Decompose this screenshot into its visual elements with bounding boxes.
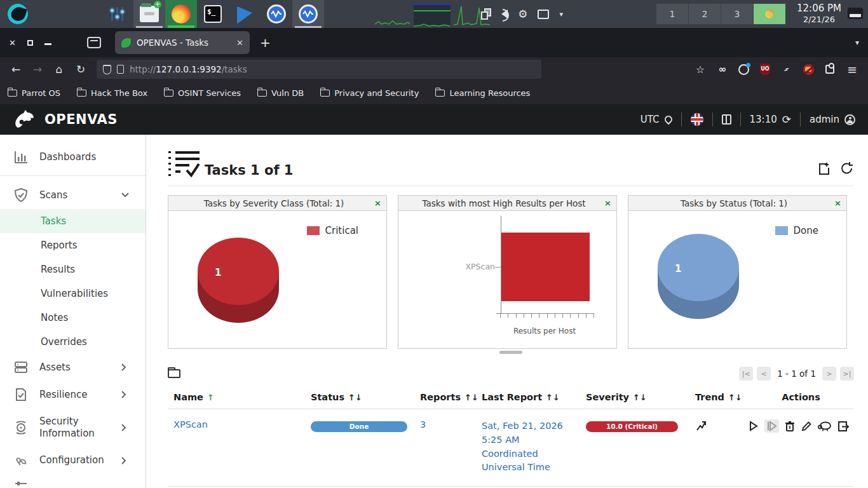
sidebar-item-reports[interactable]: Reports bbox=[0, 233, 146, 257]
column-header-last-report[interactable]: Last Report↑↓ bbox=[482, 392, 586, 402]
tray-caret-icon[interactable]: ▾ bbox=[559, 10, 563, 18]
column-header-reports[interactable]: Reports↑↓ bbox=[420, 392, 482, 402]
resize-handle[interactable] bbox=[499, 351, 522, 354]
close-icon[interactable]: × bbox=[834, 198, 841, 208]
firefox-view-icon[interactable] bbox=[87, 37, 101, 48]
vscode-launcher[interactable] bbox=[229, 0, 261, 28]
prev-page-button[interactable]: < bbox=[757, 367, 771, 381]
tab-openvas-tasks[interactable]: OPENVAS - Tasks ✕ bbox=[115, 31, 250, 54]
devtools-wrench-icon[interactable]: ⌁ bbox=[778, 62, 796, 77]
new-task-icon[interactable] bbox=[817, 161, 831, 175]
list-all-tabs-icon[interactable]: ▾ bbox=[855, 38, 859, 47]
workspace-3[interactable]: 3 bbox=[721, 4, 753, 24]
sidebar-item-tasks[interactable]: Tasks bbox=[0, 209, 146, 233]
sidebar-item-scans[interactable]: Scans bbox=[0, 181, 146, 209]
bar-xpscan[interactable] bbox=[501, 233, 590, 301]
delete-trash-icon[interactable] bbox=[785, 421, 795, 432]
sidebar-item-results[interactable]: Results bbox=[0, 257, 146, 281]
workspace-1[interactable]: 1 bbox=[656, 4, 688, 24]
extensions-puzzle-icon[interactable] bbox=[821, 62, 839, 77]
workspace-4-active[interactable]: 4 bbox=[754, 4, 785, 24]
column-header-status[interactable]: Status↑↓ bbox=[311, 392, 420, 402]
manual-book-icon[interactable] bbox=[722, 114, 731, 125]
app-launcher-wave-1[interactable] bbox=[261, 0, 292, 28]
page-info-icon[interactable] bbox=[117, 65, 124, 74]
sidebar-item-overrides[interactable]: Overrides bbox=[0, 330, 146, 354]
sidebar-item-dashboards[interactable]: Dashboards bbox=[0, 144, 146, 170]
bookmark-folder-learning-resources[interactable]: Learning Resources bbox=[435, 88, 530, 98]
ublock-extension-icon[interactable]: UO bbox=[756, 62, 774, 77]
close-icon[interactable]: × bbox=[374, 198, 381, 208]
show-desktop-icon[interactable] bbox=[848, 8, 863, 19]
shield-check-icon bbox=[14, 188, 28, 202]
task-name-link[interactable]: XPScan bbox=[173, 419, 208, 430]
clone-sheep-icon[interactable] bbox=[818, 421, 832, 431]
menu-hamburger-icon[interactable]: ≡ bbox=[843, 62, 862, 76]
clock[interactable]: 12:06 PM 2/21/26 bbox=[797, 3, 841, 25]
parrot-menu-button[interactable] bbox=[0, 0, 36, 28]
user-menu[interactable]: admin bbox=[810, 114, 855, 125]
workspace-2[interactable]: 2 bbox=[689, 4, 721, 24]
session-timer[interactable]: 13:10 ⟳ bbox=[750, 113, 791, 126]
volume-icon[interactable] bbox=[501, 10, 508, 18]
column-header-trend[interactable]: Trend↑↓ bbox=[695, 392, 748, 402]
start-task-icon[interactable] bbox=[748, 421, 759, 431]
panel-header[interactable]: Tasks with most High Results per Host × bbox=[398, 196, 616, 211]
openvas-brand[interactable]: OPENVAS bbox=[13, 109, 118, 130]
edit-pencil-icon[interactable] bbox=[801, 421, 812, 432]
privacy-mask-extension-icon[interactable]: ∞ bbox=[713, 62, 731, 77]
pie-3d[interactable]: 1 bbox=[632, 221, 771, 336]
reload-icon[interactable]: ↻ bbox=[71, 63, 90, 76]
sidebar-item-configuration[interactable]: Configuration bbox=[0, 447, 146, 475]
bookmark-folder-parrot-os[interactable]: Parrot OS bbox=[8, 88, 60, 98]
next-page-button[interactable]: > bbox=[822, 367, 836, 381]
column-header-name[interactable]: Name↑ bbox=[168, 392, 311, 402]
sidebar-item-administration-partial[interactable] bbox=[0, 475, 146, 488]
tab-close-icon[interactable]: ✕ bbox=[236, 38, 243, 48]
export-icon[interactable] bbox=[837, 421, 849, 432]
close-icon[interactable]: × bbox=[604, 198, 611, 208]
last-report-link[interactable]: Sat, Feb 21, 2026 5:25 AM Coordinated Un… bbox=[482, 421, 563, 472]
settings-sliders-launcher[interactable] bbox=[102, 0, 133, 28]
back-icon[interactable]: ← bbox=[6, 63, 25, 76]
column-header-severity[interactable]: Severity↑↓ bbox=[586, 392, 695, 402]
tracking-shield-icon[interactable] bbox=[103, 65, 111, 74]
reports-count-link[interactable]: 3 bbox=[420, 419, 426, 430]
home-icon[interactable]: ⌂ bbox=[50, 63, 69, 76]
sidebar-item-security-information[interactable]: Security Information bbox=[0, 409, 146, 447]
sidebar-item-resilience[interactable]: Resilience bbox=[0, 381, 146, 409]
first-page-button[interactable]: |< bbox=[739, 367, 753, 381]
reload-page-icon[interactable] bbox=[840, 161, 854, 175]
firefox-launcher[interactable] bbox=[165, 0, 197, 28]
window-minimize-button[interactable] bbox=[44, 43, 51, 45]
bookmark-folder-osint-services[interactable]: OSINT Services bbox=[164, 88, 241, 98]
window-maximize-button[interactable] bbox=[27, 40, 33, 46]
panel-header[interactable]: Tasks by Status (Total: 1) × bbox=[628, 196, 846, 211]
new-tab-button[interactable]: + bbox=[260, 35, 271, 50]
sidebar-item-notes[interactable]: Notes bbox=[0, 306, 146, 330]
window-close-button[interactable]: ✕ bbox=[9, 38, 16, 48]
forward-icon[interactable]: → bbox=[28, 63, 47, 76]
language-flag-icon[interactable] bbox=[691, 113, 703, 126]
sidebar-item-vulnerabilities[interactable]: Vulnerabilities bbox=[0, 281, 146, 306]
clipboard-icon[interactable] bbox=[481, 8, 491, 20]
settings-gear-icon[interactable]: ⚙ bbox=[518, 8, 527, 20]
display-icon[interactable] bbox=[538, 10, 549, 19]
panel-header[interactable]: Tasks by Severity Class (Total: 1) × bbox=[168, 196, 386, 211]
timezone-selector[interactable]: UTC bbox=[641, 114, 672, 125]
app-launcher-wave-2[interactable] bbox=[292, 0, 324, 28]
noscript-extension-icon[interactable] bbox=[799, 62, 817, 77]
sidebar-item-assets[interactable]: Assets bbox=[0, 354, 146, 381]
file-manager-launcher[interactable]: + bbox=[133, 0, 165, 28]
url-bar[interactable]: http://127.0.0.1:9392/tasks bbox=[97, 60, 541, 79]
last-page-button[interactable]: >| bbox=[840, 367, 854, 381]
pie-3d[interactable]: 1 bbox=[172, 225, 311, 339]
system-monitor-graphs[interactable] bbox=[374, 0, 491, 28]
bookmark-folder-privacy-and-security[interactable]: Privacy and Security bbox=[320, 88, 419, 98]
account-extension-icon[interactable] bbox=[735, 62, 752, 77]
filter-folder-icon[interactable] bbox=[168, 369, 180, 378]
terminal-launcher[interactable]: $_ bbox=[197, 0, 229, 28]
bookmark-folder-hack-the-box[interactable]: Hack The Box bbox=[77, 88, 147, 98]
bookmark-folder-vuln-db[interactable]: Vuln DB bbox=[257, 88, 304, 98]
bookmark-star-icon[interactable]: ☆ bbox=[691, 64, 709, 76]
